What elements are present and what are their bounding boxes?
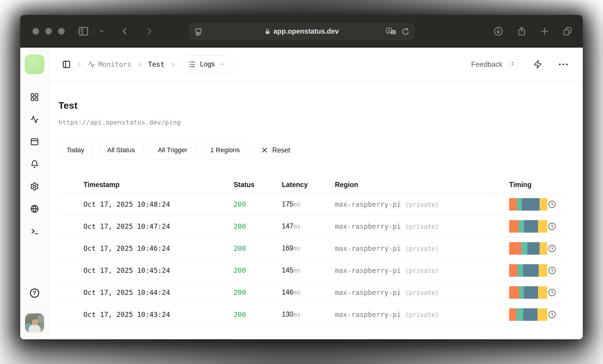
cell-region: max-raspberry-pi (private) (335, 289, 509, 296)
cell-timestamp: Oct 17, 2025 10:48:24 (83, 200, 234, 208)
timing-segment (538, 286, 547, 299)
cell-status: 200 (234, 289, 282, 296)
timing-segment (540, 242, 547, 255)
cell-region: max-raspberry-pi (private) (335, 200, 509, 208)
safari-window: app.openstatus.dev A 文 (20, 15, 583, 339)
cell-region: max-raspberry-pi (private) (335, 223, 509, 230)
notifications-bell-icon[interactable] (30, 160, 39, 169)
timing-segment (537, 308, 547, 321)
globe-icon[interactable] (30, 204, 39, 213)
tab-overview-icon[interactable] (562, 26, 573, 36)
user-avatar[interactable] (25, 313, 44, 332)
close-icon (261, 147, 268, 154)
dashboard-grid-icon[interactable] (30, 93, 39, 102)
timing-segment (523, 308, 537, 321)
table-row[interactable]: Oct 17, 2025 10:47:24 200 147ms max-rasp… (58, 215, 566, 237)
chevron-right-icon (170, 61, 176, 67)
translate-icon[interactable]: A 文 (385, 27, 397, 36)
filter-regions-button[interactable]: 1 Regions (202, 141, 248, 159)
close-button[interactable] (32, 28, 39, 35)
lock-icon (264, 28, 271, 35)
timing-segment (509, 286, 519, 299)
table-row[interactable]: Oct 17, 2025 10:48:24 200 175ms max-rasp… (58, 193, 566, 215)
clock-icon[interactable] (548, 266, 557, 275)
list-icon (188, 60, 196, 68)
feedback-button[interactable]: Feedback (471, 60, 503, 69)
share-icon[interactable] (517, 26, 527, 36)
timing-segment (517, 198, 522, 211)
sidebar-toggle-icon[interactable] (78, 26, 89, 37)
filter-period-button[interactable]: Today (58, 141, 93, 159)
clock-icon[interactable] (548, 200, 557, 209)
timing-segment (509, 264, 517, 277)
cell-region: max-raspberry-pi (private) (335, 267, 509, 274)
timing-bar (509, 198, 547, 211)
status-pages-icon[interactable] (30, 137, 39, 146)
address-bar[interactable]: app.openstatus.dev A 文 (189, 23, 414, 40)
clock-icon[interactable] (548, 222, 557, 231)
monitors-activity-icon[interactable] (30, 115, 39, 124)
table-row[interactable]: Oct 17, 2025 10:46:24 200 169ms max-rasp… (58, 237, 566, 259)
section-label: Logs (200, 60, 215, 68)
cell-status: 200 (234, 311, 282, 318)
more-options-icon[interactable] (558, 63, 568, 66)
page-title: Test (58, 100, 566, 111)
zap-icon[interactable] (533, 60, 542, 69)
cell-region: max-raspberry-pi (private) (335, 245, 509, 252)
minimize-button[interactable] (45, 28, 52, 35)
forward-icon[interactable] (145, 27, 154, 36)
filter-trigger-button[interactable]: All Trigger (150, 141, 196, 159)
reload-icon[interactable] (401, 27, 410, 36)
back-icon[interactable] (120, 27, 129, 36)
table-row[interactable]: Oct 17, 2025 10:45:24 200 145ms max-rasp… (58, 259, 566, 281)
timing-bar (509, 264, 547, 277)
timing-segment (509, 242, 521, 255)
timing-bar (509, 242, 547, 255)
browser-titlebar: app.openstatus.dev A 文 (20, 15, 583, 48)
cell-status: 200 (234, 267, 282, 274)
workspace-logo[interactable] (25, 55, 44, 74)
svg-text:文: 文 (391, 30, 395, 34)
timing-segment (524, 286, 538, 299)
col-timing: Timing (509, 181, 566, 189)
timing-segment (524, 220, 538, 233)
reset-filters-button[interactable]: Reset (261, 146, 290, 154)
cell-region: max-raspberry-pi (private) (335, 311, 509, 318)
cell-latency: 146ms (282, 288, 335, 296)
cell-timestamp: Oct 17, 2025 10:44:24 (83, 289, 234, 296)
cell-status: 200 (234, 200, 282, 208)
chevron-right-icon (137, 61, 143, 67)
filter-bar: Today All Status All Trigger 1 Regions R… (58, 141, 566, 159)
downloads-icon[interactable] (493, 26, 503, 36)
timing-segment (522, 198, 540, 211)
section-select-logs[interactable]: Logs (181, 55, 232, 73)
chevron-right-icon (76, 61, 82, 67)
timing-segment (523, 264, 538, 277)
cell-timestamp: Oct 17, 2025 10:46:24 (83, 245, 234, 252)
breadcrumb: Monitors Test Logs (62, 55, 232, 73)
timing-bar (509, 308, 547, 321)
settings-gear-icon[interactable] (30, 182, 39, 191)
table-row[interactable]: Oct 17, 2025 10:43:24 200 130ms max-rasp… (58, 304, 566, 326)
filter-status-button[interactable]: All Status (99, 141, 143, 159)
cell-latency: 130ms (282, 310, 335, 318)
terminal-cli-icon[interactable] (30, 227, 39, 236)
help-icon[interactable]: ? (29, 288, 40, 298)
clock-icon[interactable] (548, 310, 557, 319)
timing-bar (509, 220, 547, 233)
new-tab-icon[interactable] (540, 27, 549, 36)
cell-latency: 145ms (282, 266, 335, 274)
monitor-endpoint-url: https://api.openstatus.dev/ping (58, 119, 566, 126)
breadcrumb-monitors[interactable]: Monitors (88, 60, 131, 68)
col-region: Region (335, 181, 509, 189)
timing-segment (540, 198, 547, 211)
panel-toggle-icon[interactable] (62, 60, 71, 69)
clock-icon[interactable] (548, 288, 557, 297)
col-status: Status (234, 181, 282, 189)
zoom-button[interactable] (58, 28, 65, 35)
breadcrumb-monitor-name[interactable]: Test (148, 60, 164, 68)
sidebar-chevron-down-icon[interactable] (98, 28, 105, 35)
clock-icon[interactable] (548, 244, 557, 253)
timing-segment (509, 220, 519, 233)
table-row[interactable]: Oct 17, 2025 10:44:24 200 146ms max-rasp… (58, 281, 566, 304)
